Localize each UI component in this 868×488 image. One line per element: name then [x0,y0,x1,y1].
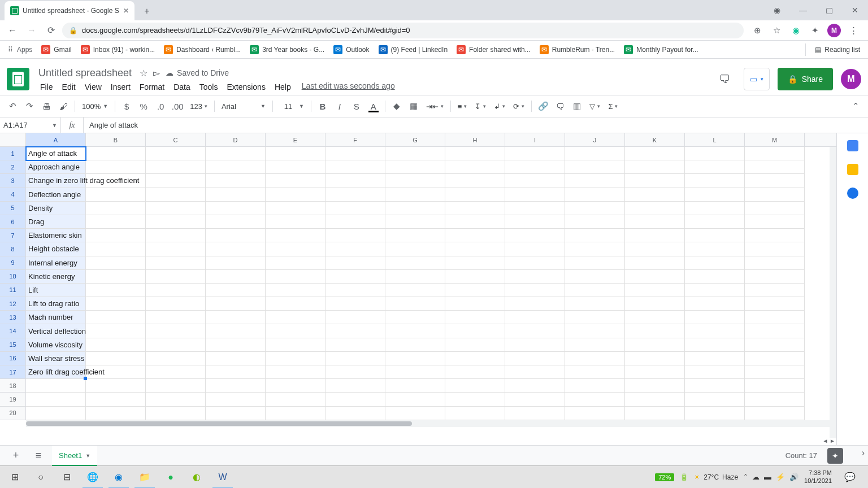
cell[interactable] [685,229,745,242]
cell[interactable] [266,202,326,215]
move-doc-icon[interactable]: ▻ [153,68,160,79]
cell[interactable] [505,338,565,352]
search-button[interactable]: ○ [28,466,53,489]
notifications-button[interactable]: 💬 [837,466,862,489]
cell[interactable] [505,324,565,338]
cell[interactable] [565,242,625,256]
cell[interactable] [745,160,805,174]
cell[interactable] [505,215,565,229]
functions-button[interactable]: Σ▾ [605,102,621,111]
cell[interactable] [326,338,385,352]
cell[interactable] [86,202,146,215]
cell[interactable] [86,256,146,270]
cell[interactable] [86,311,146,324]
cell[interactable] [745,324,805,338]
cell[interactable] [326,202,385,215]
cell[interactable] [685,365,745,379]
cell[interactable] [266,338,326,352]
present-button[interactable]: ▭▾ [744,68,770,90]
cell[interactable] [745,352,805,365]
cell[interactable] [385,174,445,188]
cell[interactable] [505,379,565,393]
back-button[interactable]: ← [5,23,20,38]
row-header[interactable]: 3 [0,174,26,188]
cell[interactable] [385,365,445,379]
sheet-tab[interactable]: Sheet1 ▼ [52,446,97,466]
cell[interactable] [206,242,266,256]
cell[interactable] [206,229,266,242]
cell[interactable] [266,256,326,270]
cell[interactable]: Elastomeric skin [26,229,86,242]
row-header[interactable]: 7 [0,229,26,242]
cell[interactable] [565,215,625,229]
bookmark-item[interactable]: ✉(9) Feed | LinkedIn [375,43,452,56]
cell[interactable] [565,174,625,188]
cell[interactable] [146,188,206,202]
cell[interactable] [86,338,146,352]
cell[interactable] [745,393,805,406]
cell[interactable] [86,297,146,311]
row-header[interactable]: 14 [0,324,26,338]
cell[interactable]: Kinetic energy [26,270,86,284]
selection-handle[interactable] [84,377,87,380]
cell[interactable] [445,270,505,284]
bookmark-item[interactable]: ✉Dashboard ‹ Rumbl... [160,43,244,56]
cell[interactable] [685,407,745,420]
cell[interactable] [685,270,745,284]
cell[interactable] [625,284,685,297]
cell[interactable] [565,324,625,338]
close-tab-icon[interactable]: ✕ [123,7,129,15]
cell[interactable] [685,188,745,202]
row-header[interactable]: 8 [0,242,26,256]
cell[interactable] [685,215,745,229]
cell[interactable] [206,352,266,365]
cell[interactable]: Change in zero lift drag coefficient [26,174,86,188]
cell[interactable] [326,147,385,160]
cell[interactable] [625,407,685,420]
cell[interactable] [385,297,445,311]
cell[interactable] [445,256,505,270]
wrap-button[interactable]: ↲▾ [491,102,509,111]
start-button[interactable]: ⊞ [2,466,27,489]
italic-button[interactable]: I [332,98,348,114]
share-button[interactable]: 🔒 Share [778,68,833,90]
cell[interactable] [146,215,206,229]
cell[interactable]: Angle of attack [26,147,86,160]
cell[interactable] [505,160,565,174]
cell[interactable] [385,324,445,338]
cell[interactable] [745,188,805,202]
cell[interactable] [206,160,266,174]
battery-tray-icon[interactable]: ▬ [764,473,771,481]
utorrent-taskbar-icon[interactable]: ◐ [184,466,209,489]
cell[interactable] [326,229,385,242]
bookmark-item[interactable]: ✉Inbox (91) - workin... [77,43,158,56]
cell[interactable] [625,297,685,311]
cell[interactable] [505,256,565,270]
cell[interactable]: Volume viscosity [26,338,86,352]
tasks-app-icon[interactable] [847,188,858,199]
profile-avatar[interactable]: M [827,24,841,37]
extensions-icon[interactable]: ✦ [808,24,822,37]
cell[interactable] [565,365,625,379]
cell[interactable] [505,297,565,311]
star-doc-icon[interactable]: ☆ [140,68,147,79]
rotate-button[interactable]: ⟳▾ [510,102,528,111]
account-avatar[interactable]: M [841,69,861,89]
cell[interactable] [565,297,625,311]
font-select[interactable]: Arial▼ [218,102,269,111]
cell[interactable] [505,174,565,188]
weather-widget[interactable]: ☀ 27°C Haze [694,473,738,481]
apps-button[interactable]: ⠿ Apps [5,43,36,56]
word-taskbar-icon[interactable]: W [210,466,235,489]
cell[interactable] [685,202,745,215]
cell[interactable]: Vertical deflection [26,324,86,338]
cell[interactable] [385,229,445,242]
cell[interactable] [565,160,625,174]
cell[interactable] [685,160,745,174]
cell[interactable] [445,324,505,338]
cell[interactable] [326,270,385,284]
cell[interactable] [266,270,326,284]
cell[interactable]: Mach number [26,311,86,324]
cell[interactable] [146,365,206,379]
system-tray[interactable]: ˄ ☁ ▬ ⚡ 🔊 [744,473,798,481]
